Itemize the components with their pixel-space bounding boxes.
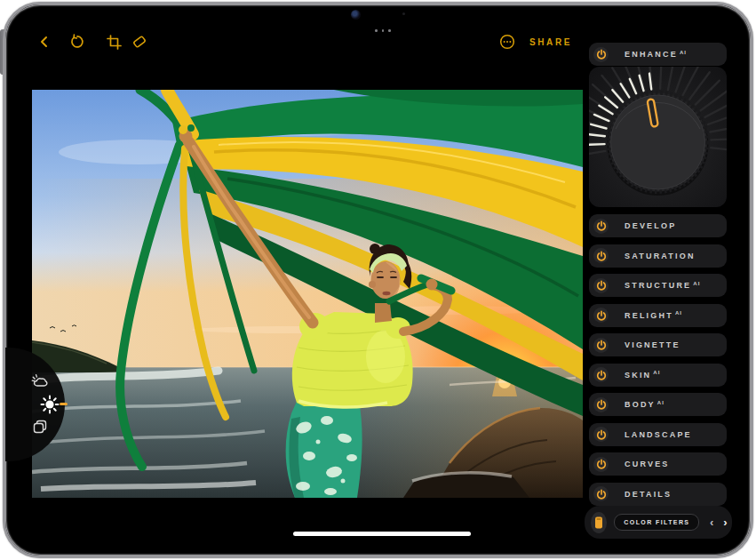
adjustment-label: RELIGHTAI	[625, 311, 682, 320]
power-icon[interactable]	[593, 278, 609, 293]
adjustment-row[interactable]: DETAILS	[589, 483, 727, 506]
share-button[interactable]: SHARE	[529, 37, 572, 47]
adjustment-row[interactable]: BODYAI	[589, 393, 727, 416]
power-icon[interactable]	[593, 47, 609, 62]
eraser-button[interactable]	[127, 29, 152, 54]
filters-button[interactable]	[30, 417, 50, 436]
adjustment-row[interactable]: SATURATION	[589, 244, 727, 268]
photo-canvas[interactable]	[32, 90, 583, 498]
eraser-icon	[131, 34, 147, 50]
undo-button[interactable]	[65, 29, 90, 54]
enhance-row[interactable]: ENHANCEAI	[589, 43, 727, 66]
adjustment-row[interactable]: VIGNETTE	[589, 333, 727, 356]
ai-badge: AI	[693, 281, 700, 286]
adjustment-row[interactable]: LANDSCAPE	[589, 423, 727, 446]
filter-swatch-icon	[593, 516, 605, 530]
smart-adjust-icon	[31, 373, 49, 391]
adjustment-label: LANDSCAPE	[625, 430, 692, 439]
adjustment-list: DEVELOP SATURATION STRUCTUREAI	[589, 214, 727, 506]
ipad-device: SHARE	[3, 2, 753, 558]
wheel-selection-tick	[60, 403, 68, 405]
adjustment-row[interactable]: SKINAI	[589, 364, 727, 387]
adjust-sun-icon	[40, 395, 60, 414]
ai-badge: AI	[675, 310, 682, 316]
enhance-dial[interactable]	[589, 67, 727, 207]
more-icon	[499, 34, 515, 50]
ai-badge: AI	[653, 370, 660, 375]
ai-badge: AI	[657, 400, 664, 405]
adjustment-label: SATURATION	[625, 252, 696, 260]
undo-icon	[69, 34, 85, 50]
filters-footer: COLOR FILTERS ‹ ›	[585, 506, 732, 539]
power-icon[interactable]	[593, 367, 609, 382]
adjustment-label: DETAILS	[625, 490, 672, 499]
adjustment-label: CURVES	[625, 460, 670, 468]
previous-filter-button[interactable]: ‹	[704, 506, 718, 539]
adjust-button[interactable]	[40, 395, 60, 414]
more-button[interactable]	[495, 29, 520, 54]
filters-icon	[31, 418, 49, 436]
adjustment-label: STRUCTUREAI	[625, 281, 700, 290]
adjustment-row[interactable]: DEVELOP	[589, 214, 727, 237]
back-button[interactable]	[32, 29, 57, 54]
adjustment-row[interactable]: RELIGHTAI	[589, 304, 727, 327]
power-icon[interactable]	[593, 486, 609, 501]
power-icon[interactable]	[593, 308, 609, 323]
adjustment-row[interactable]: CURVES	[589, 452, 727, 476]
power-icon[interactable]	[593, 457, 609, 472]
adjustment-label: VIGNETTE	[625, 340, 680, 349]
power-icon[interactable]	[593, 397, 609, 412]
power-icon[interactable]	[593, 248, 609, 263]
photo-illustration	[32, 90, 583, 498]
screenshot: SHARE	[0, 0, 756, 560]
adjustment-label: BODYAI	[625, 400, 664, 409]
sensor-dot	[402, 12, 405, 15]
smart-adjust-button[interactable]	[30, 372, 50, 392]
adjustment-label: SKINAI	[625, 371, 660, 380]
color-filters-button[interactable]: COLOR FILTERS	[614, 514, 699, 531]
multitasking-dots[interactable]	[373, 29, 393, 32]
ai-badge: AI	[680, 50, 687, 55]
back-icon	[37, 35, 52, 49]
crop-icon	[107, 35, 122, 50]
adjustment-row[interactable]: STRUCTUREAI	[589, 274, 727, 297]
next-filter-button[interactable]: ›	[719, 506, 732, 539]
power-icon[interactable]	[593, 219, 609, 234]
front-camera	[351, 10, 361, 20]
adjustment-label: DEVELOP	[625, 221, 676, 230]
color-filter-badge[interactable]	[591, 512, 607, 533]
crop-button[interactable]	[101, 29, 126, 54]
enhance-label: ENHANCEAI	[625, 50, 687, 59]
power-icon[interactable]	[593, 427, 609, 442]
power-icon[interactable]	[593, 338, 609, 353]
home-indicator[interactable]	[293, 532, 471, 536]
